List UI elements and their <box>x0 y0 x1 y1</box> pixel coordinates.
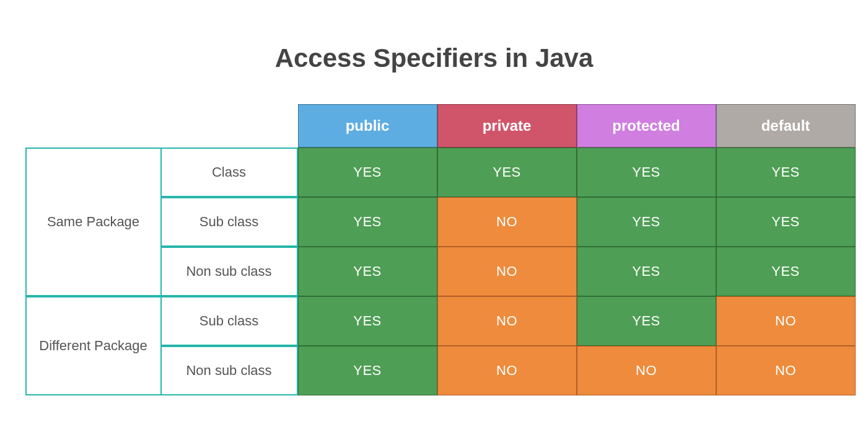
cell-value: NO <box>437 296 577 346</box>
cell-value: YES <box>298 346 437 395</box>
cell-value: NO <box>437 197 577 247</box>
cell-value: NO <box>716 296 856 346</box>
access-table: public private protected default Same Pa… <box>25 104 843 395</box>
cell-value: NO <box>577 346 716 395</box>
cell-value: YES <box>298 148 437 197</box>
cell-value: YES <box>577 148 716 197</box>
row-label-subclass: Sub class <box>162 296 298 346</box>
row-label-nonsubclass: Non sub class <box>162 247 298 296</box>
row-label-subclass: Sub class <box>162 197 298 247</box>
row-label-class: Class <box>162 148 298 197</box>
cell-value: YES <box>298 296 437 346</box>
cell-value: YES <box>716 247 856 296</box>
col-header-protected: protected <box>577 104 716 148</box>
cell-value: NO <box>437 346 577 395</box>
cell-value: YES <box>298 197 437 247</box>
cell-value: YES <box>716 148 856 197</box>
cell-value: YES <box>577 247 716 296</box>
cell-value: YES <box>577 296 716 346</box>
cell-value: YES <box>298 247 437 296</box>
row-group-same-package: Same Package <box>25 148 162 296</box>
spacer <box>162 104 298 148</box>
cell-value: NO <box>437 247 577 296</box>
cell-value: YES <box>577 197 716 247</box>
col-header-private: private <box>437 104 577 148</box>
row-label-nonsubclass: Non sub class <box>162 346 298 395</box>
cell-value: YES <box>716 197 856 247</box>
page-title: Access Specifiers in Java <box>25 43 843 73</box>
cell-value: YES <box>437 148 577 197</box>
col-header-public: public <box>298 104 437 148</box>
row-group-different-package: Different Package <box>25 296 162 395</box>
spacer <box>25 104 162 148</box>
col-header-default: default <box>716 104 856 148</box>
cell-value: NO <box>716 346 856 395</box>
